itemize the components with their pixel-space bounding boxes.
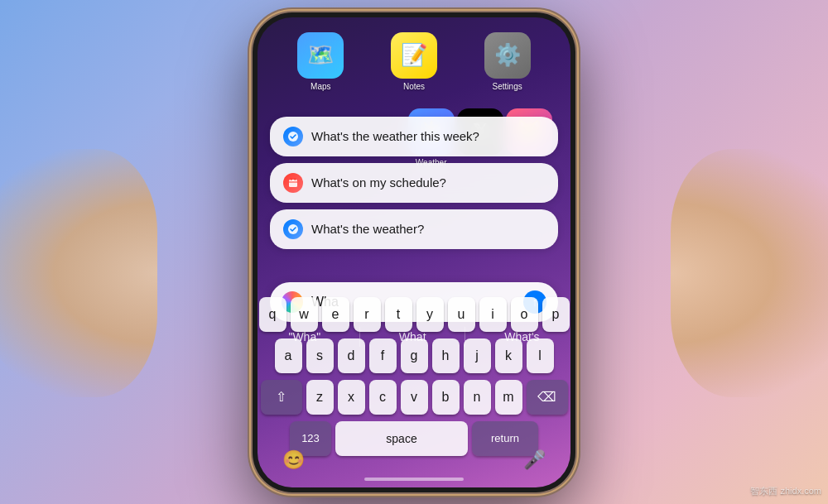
suggestion-weather-week[interactable]: What's the weather this week? (270, 117, 558, 156)
keyboard-row-2: a s d f g h j k l (262, 338, 566, 373)
app-icons-row1: 🗺️ Maps 📝 Notes ⚙️ Settings (258, 32, 570, 91)
key-v[interactable]: v (401, 380, 428, 415)
svg-rect-1 (289, 180, 297, 187)
mic-button[interactable]: 🎤 (523, 449, 546, 471)
key-h[interactable]: h (432, 338, 460, 373)
siri-blue-icon-1 (283, 127, 303, 146)
key-g[interactable]: g (401, 338, 428, 373)
key-shift[interactable]: ⇧ (261, 380, 302, 415)
key-n[interactable]: n (464, 380, 491, 415)
emoji-button[interactable]: 😊 (282, 449, 305, 471)
key-k[interactable]: k (495, 338, 522, 373)
key-d[interactable]: d (338, 338, 365, 373)
key-m[interactable]: m (495, 380, 522, 415)
watermark: 智东西 zhidx.com (750, 485, 821, 497)
keyboard-row-1: q w e r t y u i o p (262, 297, 566, 332)
settings-icon[interactable]: ⚙️ (484, 32, 531, 79)
suggestion-weather[interactable]: What's the weather? (270, 209, 558, 249)
svg-rect-3 (295, 178, 296, 180)
key-j[interactable]: j (464, 338, 491, 373)
key-e[interactable]: e (322, 297, 349, 332)
siri-red-icon (283, 173, 303, 193)
key-r[interactable]: r (354, 297, 381, 332)
svg-rect-2 (291, 178, 292, 180)
key-u[interactable]: u (448, 297, 475, 332)
keyboard: q w e r t y u i o p a s d f g h j k (258, 297, 570, 463)
notes-label: Notes (403, 82, 425, 91)
key-w[interactable]: w (291, 297, 318, 332)
bottom-bar: 😊 🎤 (258, 449, 570, 471)
key-b[interactable]: b (432, 380, 460, 415)
key-q[interactable]: q (259, 297, 286, 332)
app-icon-notes[interactable]: 📝 Notes (391, 32, 437, 91)
phone-screen: 🗺️ Maps 📝 Notes ⚙️ Settings 🌤️ Weather 𝕏 (258, 17, 570, 487)
key-f[interactable]: f (369, 338, 397, 373)
hand-right (671, 149, 828, 397)
maps-label: Maps (310, 82, 330, 91)
key-i[interactable]: i (479, 297, 507, 332)
key-x[interactable]: x (338, 380, 365, 415)
app-icon-maps[interactable]: 🗺️ Maps (297, 32, 344, 91)
suggestion-text-3: What's the weather? (311, 222, 424, 236)
key-s[interactable]: s (306, 338, 334, 373)
home-indicator (364, 478, 464, 481)
suggestion-text-1: What's the weather this week? (311, 129, 479, 143)
maps-icon[interactable]: 🗺️ (297, 32, 344, 79)
siri-suggestions: What's the weather this week? What's on … (270, 117, 558, 249)
siri-blue-icon-2 (283, 219, 303, 239)
suggestion-text-2: What's on my schedule? (311, 175, 446, 190)
key-p[interactable]: p (542, 297, 570, 332)
key-t[interactable]: t (385, 297, 412, 332)
settings-label: Settings (493, 82, 522, 91)
hand-left (0, 149, 157, 397)
key-a[interactable]: a (275, 338, 302, 373)
keyboard-row-3: ⇧ z x c v b n m ⌫ (262, 380, 566, 415)
app-icon-settings[interactable]: ⚙️ Settings (484, 32, 531, 91)
suggestion-schedule[interactable]: What's on my schedule? (270, 163, 558, 203)
key-c[interactable]: c (369, 380, 397, 415)
key-l[interactable]: l (527, 338, 554, 373)
key-o[interactable]: o (511, 297, 538, 332)
key-z[interactable]: z (306, 380, 334, 415)
phone-frame: 🗺️ Maps 📝 Notes ⚙️ Settings 🌤️ Weather 𝕏 (253, 12, 575, 492)
key-backspace[interactable]: ⌫ (527, 380, 568, 415)
notes-icon[interactable]: 📝 (391, 32, 437, 79)
key-y[interactable]: y (416, 297, 444, 332)
